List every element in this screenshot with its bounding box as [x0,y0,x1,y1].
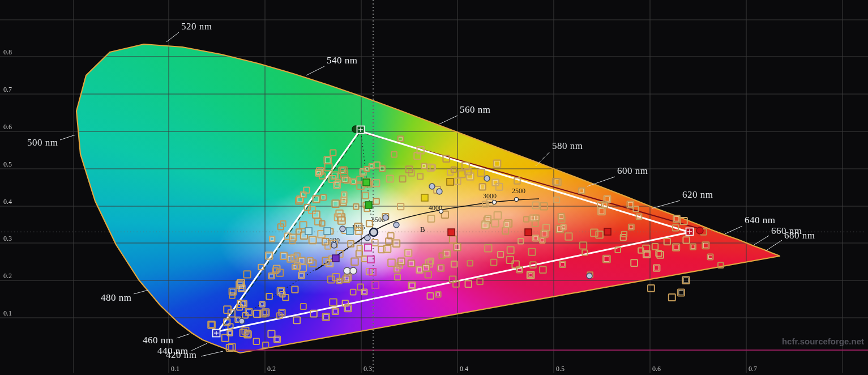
reference-color-square [347,228,353,235]
scatter-point [266,293,272,300]
scatter-point-inner [333,201,338,206]
wavelength-label: 500 nm [27,137,58,148]
scatter-point-inner [674,245,678,250]
scatter-point-inner [406,250,411,255]
scatter-point [388,259,395,267]
cie-chromaticity-diagram: 520 nm540 nm560 nm580 nm600 nm620 nm640 … [0,0,868,375]
scatter-point-inner [375,199,378,203]
scatter-point [532,202,539,209]
scatter-point-inner [385,246,390,252]
scatter-point [529,249,536,255]
white-point-marker [370,228,378,236]
scatter-point-inner [333,309,337,313]
scatter-point-inner [534,236,537,240]
scatter-point [427,293,434,299]
scatter-point-inner [703,243,708,248]
scatter-point [330,299,337,306]
x-axis-tick-label: 0.3 [364,365,372,373]
scatter-point-inner [630,225,633,229]
gray-measurement-dot [429,184,435,189]
wavelength-leader-line [177,334,190,338]
scatter-point [260,302,265,307]
scatter-point-inner [271,237,273,240]
scatter-point-inner [370,165,373,168]
y-axis-tick-label: 0.6 [3,123,12,131]
scatter-point-inner [529,274,532,276]
scatter-point [292,287,298,293]
scatter-point [353,204,358,209]
wavelength-label: 460 nm [143,335,173,346]
scatter-point [565,233,572,240]
scatter-point-inner [394,241,399,246]
measured-red-primary-dot [696,227,703,234]
scatter-point-inner [422,165,425,168]
reference-color-square [525,229,532,236]
wavelength-leader-line [201,351,223,356]
x-axis-tick-label: 0.5 [556,365,565,373]
scatter-point [507,247,514,254]
scatter-point-inner [358,246,361,249]
scatter-point-inner [343,193,345,196]
scatter-point [263,342,268,348]
scatter-point [421,164,426,169]
scatter-point [450,236,457,243]
diagram-overlay: 520 nm540 nm560 nm580 nm600 nm620 nm640 … [0,0,868,375]
wavelength-label: 640 nm [745,215,775,225]
scatter-point-inner [314,212,319,218]
scatter-point-inner [495,161,500,167]
y-axis-tick-label: 0.1 [3,309,12,317]
scatter-point [254,338,260,344]
scatter-point [491,259,497,266]
scatter-point-inner [270,274,273,278]
scatter-point [591,229,598,237]
scatter-point-inner [363,291,366,294]
gray-measurement-dot [484,176,490,181]
scatter-point [708,254,713,260]
scatter-point [652,244,659,250]
reference-color-square [332,255,339,262]
y-axis-tick-label: 0.2 [3,272,12,280]
scatter-point-inner [354,205,357,208]
scatter-point [477,279,483,285]
scatter-point [477,169,484,176]
wavelength-label: 680 nm [784,230,815,241]
scatter-point-inner [481,185,485,189]
y-axis-tick-label: 0.4 [3,198,12,206]
scatter-point [657,252,664,258]
blackbody-tick-circle [515,198,519,202]
x-axis-tick-label: 0.6 [652,365,661,373]
wavelength-label: 480 nm [101,292,131,303]
wavelength-leader-line [60,135,75,140]
scatter-point [270,236,275,241]
reference-color-square [448,229,455,236]
wavelength-leader-line [587,177,615,186]
white-measurement-dot [344,267,350,274]
scatter-point-inner [300,274,303,278]
scatter-point-inner [542,231,547,236]
gray-measurement-dot [340,226,345,232]
scatter-point-inner [417,268,421,272]
wavelength-leader-line [754,236,769,245]
scatter-point-inner [679,290,683,295]
white-measurement-dot [350,267,357,274]
scatter-point [502,228,508,234]
scatter-point [554,197,559,203]
scatter-point-inner [580,189,583,193]
scatter-point-inner [557,227,562,232]
reference-color-square [604,228,611,235]
scatter-point [494,212,502,219]
scatter-point [351,258,358,266]
scatter-point [209,322,215,327]
wavelength-leader-line [134,290,148,294]
scatter-point [425,271,431,278]
wavelength-label: 520 nm [181,21,212,32]
blackbody-tick-circle [493,201,497,204]
gray-measurement-dot [383,215,388,220]
scatter-point-inner [357,252,361,255]
gray-measurement-dot [365,235,370,241]
scatter-point-inner [410,283,414,288]
scatter-point [631,259,638,266]
y-axis-tick-label: 0.3 [3,235,12,242]
scatter-point [498,252,503,257]
scatter-point-inner [439,266,443,270]
